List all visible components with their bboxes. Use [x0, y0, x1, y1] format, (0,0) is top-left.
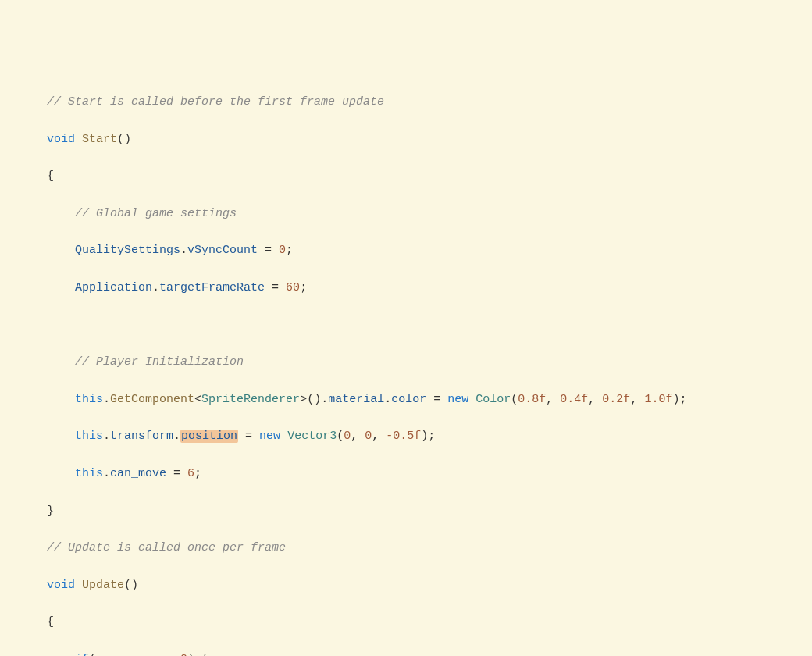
code-line: Application.targetFrameRate = 60;: [19, 279, 812, 298]
code-line: this.can_move = 6;: [19, 465, 812, 483]
code-line: {: [19, 613, 812, 632]
code-line: {: [19, 167, 812, 186]
highlighted-text: position: [180, 430, 238, 443]
code-editor[interactable]: // Start is called before the first fram…: [0, 74, 812, 656]
code-line: QualitySettings.vSyncCount = 0;: [19, 241, 812, 260]
code-line: this.GetComponent<SpriteRenderer>().mate…: [19, 390, 812, 409]
code-line: // Player Initialization: [19, 353, 812, 372]
code-line: void Update(): [19, 576, 812, 595]
code-line: // Update is called once per frame: [19, 539, 812, 558]
code-line: void Start(): [19, 130, 812, 149]
code-line: [19, 316, 812, 335]
code-line: if(can_move == 0) {: [19, 651, 812, 656]
code-line: // Global game settings: [19, 205, 812, 223]
code-line: // Start is called before the first fram…: [19, 93, 812, 112]
code-line: }: [19, 502, 812, 521]
code-line: this.transform.position = new Vector3(0,…: [19, 427, 812, 446]
